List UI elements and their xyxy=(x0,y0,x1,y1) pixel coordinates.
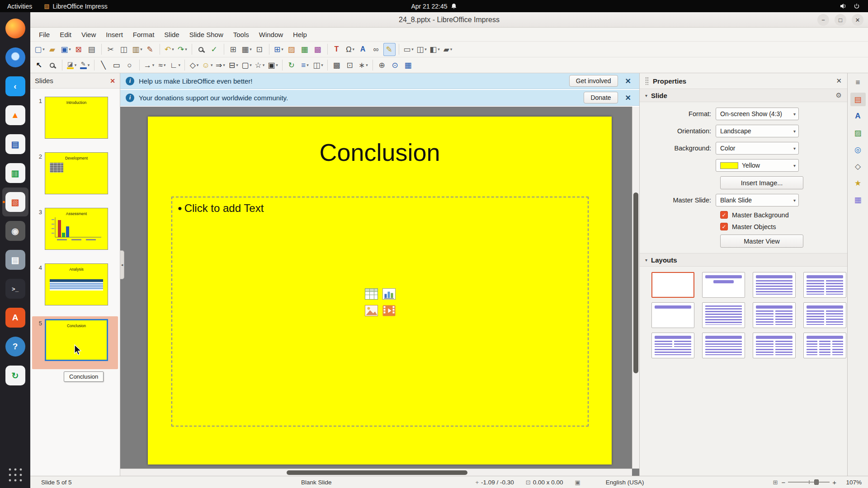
save-icon[interactable]: ▣▾ xyxy=(60,43,72,56)
undo-icon[interactable]: ↶▾ xyxy=(163,43,175,56)
copy-icon[interactable]: ◫ xyxy=(118,43,130,56)
master-view-button[interactable]: Master View xyxy=(720,235,803,248)
slide-thumbnail-4[interactable]: 4 Analysis xyxy=(32,261,118,314)
menu-window[interactable]: Window xyxy=(254,29,288,40)
extrusion-icon[interactable]: ▦ xyxy=(402,59,415,72)
menu-slide-show[interactable]: Slide Show xyxy=(184,29,228,40)
menu-insert[interactable]: Insert xyxy=(101,29,128,40)
arrange-icon[interactable]: ◫▾ xyxy=(415,43,428,56)
dock-vlc[interactable]: ▲ xyxy=(2,101,28,130)
title-bar[interactable]: 24_8.pptx - LibreOffice Impress − □ ✕ xyxy=(30,12,868,28)
dock-libreoffice-calc[interactable]: ▥ xyxy=(2,159,28,188)
block-arrows-icon[interactable]: ⇒▾ xyxy=(214,59,226,72)
slide-thumbnail-1[interactable]: 1 Introduction xyxy=(32,94,118,147)
crop-icon[interactable]: ⊡ xyxy=(344,59,356,72)
get-involved-button[interactable]: Get involved xyxy=(569,75,618,87)
line-ends-icon[interactable]: →▾ xyxy=(143,59,155,72)
curve-icon[interactable]: ≈▾ xyxy=(156,59,168,72)
menu-format[interactable]: Format xyxy=(128,29,160,40)
zoom-slider[interactable] xyxy=(788,479,830,485)
minimize-button[interactable]: − xyxy=(817,14,829,26)
insert-shape-icon[interactable]: ▭▾ xyxy=(402,43,415,56)
focused-app-indicator[interactable]: ▧ LibreOffice Impress xyxy=(39,3,112,10)
dock-recycle[interactable]: ↻ xyxy=(2,361,28,390)
master-slide-dropdown[interactable]: Blank Slide▾ xyxy=(716,194,799,206)
slide-thumbnail-2[interactable]: 2 Development xyxy=(32,150,118,202)
display-grid-icon[interactable]: ⊞ xyxy=(227,43,240,56)
dock-vscode[interactable]: ‹ xyxy=(2,72,28,101)
menu-tools[interactable]: Tools xyxy=(228,29,254,40)
insert-chart-icon[interactable] xyxy=(382,288,396,300)
dock-gimp[interactable]: ◉ xyxy=(2,216,28,245)
paste-icon[interactable]: ▥▾ xyxy=(131,43,143,56)
dock-libreoffice-impress[interactable]: ▧ xyxy=(2,188,28,216)
dock-files[interactable]: ▤ xyxy=(2,245,28,274)
show-draw-functions-icon[interactable]: ✎ xyxy=(383,43,396,56)
activities-button[interactable]: Activities xyxy=(0,0,39,12)
layout-title-only[interactable] xyxy=(651,302,694,328)
orientation-dropdown[interactable]: Landscape▾ xyxy=(716,125,799,137)
insert-table-icon[interactable] xyxy=(364,288,378,300)
layout-centered-text[interactable] xyxy=(702,302,745,328)
infobar-close-icon[interactable]: ✕ xyxy=(625,77,631,85)
print-icon[interactable]: ▤ xyxy=(86,43,98,56)
styles-tab[interactable]: A xyxy=(850,109,866,123)
redo-icon[interactable]: ↷▾ xyxy=(176,43,189,56)
shadow-icon[interactable]: ▩ xyxy=(331,59,343,72)
layout-content-over-content[interactable] xyxy=(702,333,745,358)
zoom-out-button[interactable]: − xyxy=(781,479,785,486)
slides-panel-close-icon[interactable]: ✕ xyxy=(110,77,115,84)
basic-shapes-icon[interactable]: ◇▾ xyxy=(188,59,200,72)
horizontal-scrollbar-thumb[interactable] xyxy=(287,470,467,475)
layouts-section-header[interactable]: ▾ Layouts xyxy=(640,253,847,267)
clock-menu[interactable]: Apr 21 22:45 xyxy=(411,0,457,12)
insert-image-icon[interactable] xyxy=(364,305,378,317)
cut-icon[interactable]: ✂ xyxy=(105,43,117,56)
maximize-button[interactable]: □ xyxy=(835,14,846,26)
properties-tab[interactable]: ▤ xyxy=(850,93,866,106)
fill-color-icon[interactable]: ◪▾ xyxy=(66,59,78,72)
background-color-dropdown[interactable]: Yellow▾ xyxy=(716,159,799,172)
menu-slide[interactable]: Slide xyxy=(159,29,184,40)
layout-blank[interactable] xyxy=(651,272,694,298)
layout-title-2content[interactable] xyxy=(803,272,846,298)
zoom-icon[interactable] xyxy=(47,59,59,72)
shapes-tab[interactable]: ◇ xyxy=(850,160,866,173)
dock-terminal[interactable]: >_ xyxy=(2,274,28,303)
zoom-in-button[interactable]: + xyxy=(832,479,836,486)
vertical-scrollbar-thumb[interactable] xyxy=(633,192,638,373)
insert-image-button[interactable]: Insert Image... xyxy=(720,176,803,189)
fit-slide-icon[interactable]: ⊞ xyxy=(773,479,778,486)
system-tray[interactable] xyxy=(840,3,868,9)
insert-table-icon[interactable]: ⊞▾ xyxy=(273,43,285,56)
insert-textbox-icon[interactable]: T xyxy=(331,43,343,56)
layout-title-content[interactable] xyxy=(753,272,796,298)
flowchart-icon[interactable]: ⊟▾ xyxy=(227,59,240,72)
hyperlink-icon[interactable]: ∞ xyxy=(370,43,382,56)
content-placeholder[interactable]: ● Click to add Text xyxy=(171,197,589,427)
menu-edit[interactable]: Edit xyxy=(55,29,76,40)
rotate-icon[interactable]: ↻ xyxy=(286,59,298,72)
menu-help[interactable]: Help xyxy=(288,29,312,40)
donate-button[interactable]: Donate xyxy=(584,92,618,103)
document-language[interactable]: English (USA) xyxy=(606,479,644,486)
align-objects-icon[interactable]: ≡▾ xyxy=(299,59,311,72)
connector-icon[interactable]: ∟▾ xyxy=(169,59,181,72)
insert-image-icon[interactable]: ▨ xyxy=(286,43,298,56)
horizontal-scrollbar[interactable] xyxy=(120,469,632,476)
spelling-icon[interactable]: ✓ xyxy=(208,43,221,56)
helplines-icon[interactable]: ⊡ xyxy=(254,43,266,56)
zoom-level[interactable]: 107% xyxy=(841,479,862,486)
callouts-icon[interactable]: ▢▾ xyxy=(241,59,253,72)
layout-6content[interactable] xyxy=(803,333,846,358)
sidebar-settings-icon[interactable]: ≡ xyxy=(850,76,866,89)
format-dropdown[interactable]: On-screen Show (4:3)▾ xyxy=(716,108,799,120)
slide-thumbnail-5-selected[interactable]: 5 Conclusion xyxy=(32,316,118,369)
gallery-tab[interactable]: ▨ xyxy=(850,126,866,140)
panel-grip-icon[interactable] xyxy=(645,77,649,85)
insert-media-icon[interactable] xyxy=(382,305,396,317)
image-filter-icon[interactable]: ∗▾ xyxy=(357,59,369,72)
menu-view[interactable]: View xyxy=(76,29,101,40)
stars-icon[interactable]: ☆▾ xyxy=(254,59,266,72)
dock-libreoffice-writer[interactable]: ▤ xyxy=(2,130,28,159)
